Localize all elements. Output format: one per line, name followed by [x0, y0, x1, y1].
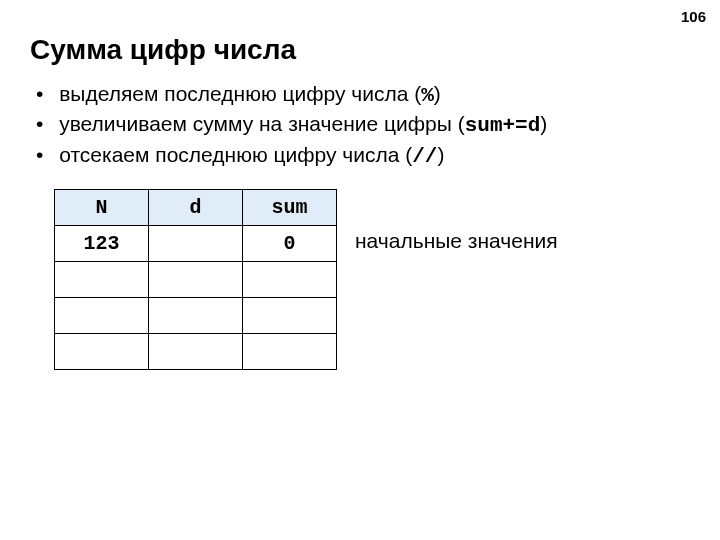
- bullet-tail: ): [437, 143, 444, 166]
- bullet-item: отсекаем последнюю цифру числа (//): [36, 141, 690, 171]
- bullet-code: //: [412, 145, 437, 168]
- table-cell: [243, 262, 337, 298]
- table-cell: [55, 298, 149, 334]
- bullet-code: %: [421, 84, 434, 107]
- bullet-item: выделяем последнюю цифру числа (%): [36, 80, 690, 110]
- table-cell: [149, 226, 243, 262]
- bullet-tail: ): [540, 112, 547, 135]
- bullet-list: выделяем последнюю цифру числа (%) увели…: [36, 80, 690, 171]
- table-cell: [243, 298, 337, 334]
- table-cell: [149, 334, 243, 370]
- slide: 106 Сумма цифр числа выделяем последнюю …: [0, 0, 720, 540]
- table-header: sum: [243, 190, 337, 226]
- table-cell: [149, 298, 243, 334]
- table-row: 123 0: [55, 226, 337, 262]
- table-cell: [149, 262, 243, 298]
- table-row: [55, 262, 337, 298]
- table-cell: 123: [55, 226, 149, 262]
- bullet-text: увеличиваем сумму на значение цифры (: [59, 112, 464, 135]
- table-cell: 0: [243, 226, 337, 262]
- bullet-item: увеличиваем сумму на значение цифры (sum…: [36, 110, 690, 140]
- table-header: d: [149, 190, 243, 226]
- table-row: [55, 334, 337, 370]
- table-header: N: [55, 190, 149, 226]
- page-number: 106: [681, 8, 706, 25]
- table-cell: [243, 334, 337, 370]
- table-cell: [55, 334, 149, 370]
- table-row: [55, 298, 337, 334]
- bullet-code: sum+=d: [465, 114, 541, 137]
- slide-title: Сумма цифр числа: [30, 34, 690, 66]
- table-header-row: N d sum: [55, 190, 337, 226]
- bullet-text: отсекаем последнюю цифру числа (: [59, 143, 412, 166]
- side-label: начальные значения: [355, 189, 558, 253]
- content-row: N d sum 123 0: [54, 189, 690, 370]
- bullet-tail: ): [434, 82, 441, 105]
- trace-table: N d sum 123 0: [54, 189, 337, 370]
- table-cell: [55, 262, 149, 298]
- bullet-text: выделяем последнюю цифру числа (: [59, 82, 421, 105]
